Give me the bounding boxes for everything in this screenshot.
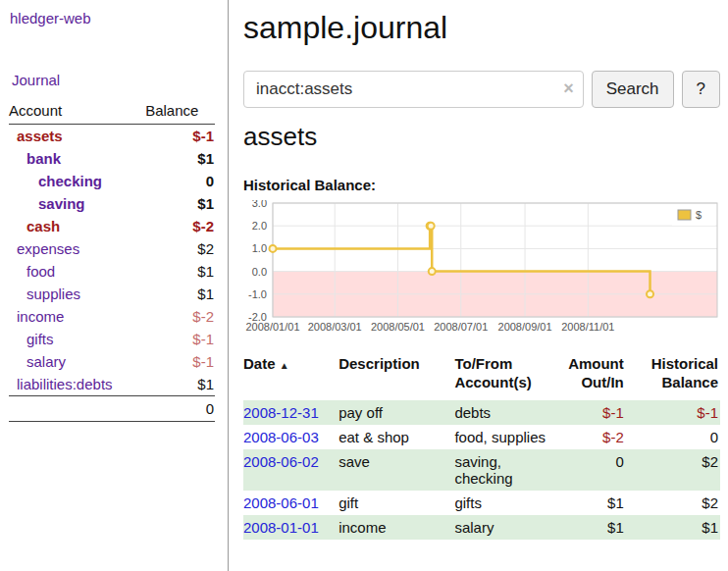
register-amount-cell: $-1 [567, 400, 634, 425]
account-balance: $-1 [145, 328, 215, 350]
register-header-description: Description [338, 355, 454, 400]
account-link-saving[interactable]: saving [38, 195, 85, 212]
account-link-food[interactable]: food [26, 263, 55, 280]
transaction-date-link[interactable]: 2008-12-31 [243, 404, 319, 421]
search-bar: × Search ? [243, 71, 720, 108]
svg-text:2.0: 2.0 [252, 220, 267, 232]
register-accounts-cell: salary [454, 515, 566, 540]
header-date-label: Date [243, 355, 276, 372]
register-description-cell: gift [338, 491, 454, 515]
transaction-date-link[interactable]: 2008-06-03 [243, 429, 319, 445]
register-header-balance: Historical Balance [634, 355, 720, 400]
search-button[interactable]: Search [592, 71, 674, 108]
transaction-date-link[interactable]: 2008-06-01 [243, 494, 319, 511]
journal-link[interactable]: Journal [12, 72, 60, 88]
account-row: cash $-2 [9, 215, 215, 237]
account-link-bank[interactable]: bank [26, 150, 61, 167]
account-balance: $-1 [145, 125, 215, 148]
account-heading: assets [243, 122, 720, 152]
account-row: bank $1 [9, 147, 215, 170]
accounts-header-account: Account [9, 102, 145, 125]
accounts-table: Account Balance assets $-1 bank $1 check… [9, 102, 215, 422]
account-row: gifts $-1 [9, 328, 215, 350]
app-title-link[interactable]: hledger-web [10, 10, 91, 26]
account-link-income[interactable]: income [17, 308, 64, 325]
account-row: liabilities:debts $1 [9, 373, 215, 396]
header-amount-line1: Amount [567, 355, 624, 374]
register-amount-cell: 0 [567, 449, 634, 491]
register-date-cell: 2008-01-01 [243, 515, 338, 540]
search-input[interactable] [243, 71, 584, 108]
register-row: 2008-06-01 gift gifts $1 $2 [243, 491, 720, 515]
register-accounts-cell: food, supplies [454, 425, 566, 449]
header-amount-line2: Out/In [567, 374, 624, 392]
register-header-date[interactable]: Date ▲ [243, 355, 338, 400]
journal-nav: Journal [0, 26, 228, 88]
register-date-cell: 2008-06-01 [243, 491, 338, 515]
account-row: salary $-1 [9, 350, 215, 373]
register-row: 2008-06-02 save saving, checking 0 $2 [243, 449, 720, 491]
transaction-date-link[interactable]: 2008-06-02 [243, 453, 319, 470]
account-balance: $2 [145, 237, 215, 260]
account-link-expenses[interactable]: expenses [17, 240, 79, 257]
transaction-date-link[interactable]: 2008-01-01 [243, 519, 319, 536]
account-link-assets[interactable]: assets [17, 128, 63, 144]
account-balance: $1 [145, 192, 215, 215]
svg-text:3.0: 3.0 [252, 200, 267, 209]
register-description-cell: pay off [338, 400, 454, 425]
register-balance-cell: $-1 [634, 400, 720, 425]
account-link-liabilities-debts[interactable]: liabilities:debts [17, 376, 113, 392]
svg-text:2008/09/01: 2008/09/01 [498, 321, 552, 333]
hledger-web-app: hledger-web Journal Account Balance asse… [0, 0, 728, 571]
register-accounts-cell: debts [454, 400, 566, 425]
account-row: assets $-1 [9, 125, 215, 148]
register-row: 2008-01-01 income salary $1 $1 [243, 515, 720, 540]
account-balance: $1 [145, 283, 215, 305]
register-description-cell: save [338, 449, 454, 491]
register-row: 2008-12-31 pay off debts $-1 $-1 [243, 400, 720, 425]
header-accounts-line2: Account(s) [454, 374, 556, 392]
register-balance-cell: $2 [634, 449, 720, 491]
register-amount-cell: $1 [567, 491, 634, 515]
page-title: sample.journal [243, 10, 720, 46]
svg-text:2008/07/01: 2008/07/01 [434, 321, 488, 333]
account-row: food $1 [9, 260, 215, 283]
clear-search-icon[interactable]: × [563, 78, 574, 99]
balance-chart: 3.02.01.00.0-1.0-2.02008/01/012008/03/01… [243, 200, 720, 334]
svg-text:2008/03/01: 2008/03/01 [308, 321, 362, 333]
main-content: sample.journal × Search ? assets Histori… [229, 0, 728, 571]
register-header-amount: Amount Out/In [567, 355, 634, 400]
account-link-checking[interactable]: checking [38, 173, 102, 189]
chart-label: Historical Balance: [243, 177, 720, 193]
account-balance: $-2 [145, 305, 215, 328]
accounts-total-value: 0 [145, 396, 215, 422]
account-row: expenses $2 [9, 237, 215, 260]
account-link-salary[interactable]: salary [26, 353, 66, 370]
accounts-total-row: 0 [9, 396, 215, 422]
account-link-gifts[interactable]: gifts [26, 331, 54, 347]
account-balance: $-1 [145, 350, 215, 373]
app-title: hledger-web [0, 0, 228, 26]
account-balance: 0 [145, 170, 215, 192]
register-header-row: Date ▲ Description To/From Account(s) Am… [243, 355, 720, 400]
svg-text:2008/05/01: 2008/05/01 [371, 321, 425, 333]
account-balance: $1 [145, 147, 215, 170]
account-link-cash[interactable]: cash [26, 218, 60, 234]
svg-text:0.0: 0.0 [252, 266, 267, 278]
sidebar: hledger-web Journal Account Balance asse… [0, 0, 229, 571]
account-row: checking 0 [9, 170, 215, 192]
register-date-cell: 2008-12-31 [243, 400, 338, 425]
accounts-header-balance: Balance [145, 102, 215, 125]
account-link-supplies[interactable]: supplies [26, 286, 80, 302]
svg-text:1.0: 1.0 [252, 242, 267, 254]
register-table: Date ▲ Description To/From Account(s) Am… [243, 355, 720, 540]
svg-text:2008/11/01: 2008/11/01 [561, 321, 614, 333]
help-button[interactable]: ? [682, 71, 720, 108]
account-balance: $1 [145, 373, 215, 396]
account-row: supplies $1 [9, 283, 215, 305]
balance-chart-svg: 3.02.01.00.0-1.0-2.02008/01/012008/03/01… [243, 200, 719, 334]
header-balance-line1: Historical [634, 355, 718, 374]
account-row: income $-2 [9, 305, 215, 328]
register-amount-cell: $-2 [567, 425, 634, 449]
account-balance: $-2 [145, 215, 215, 237]
